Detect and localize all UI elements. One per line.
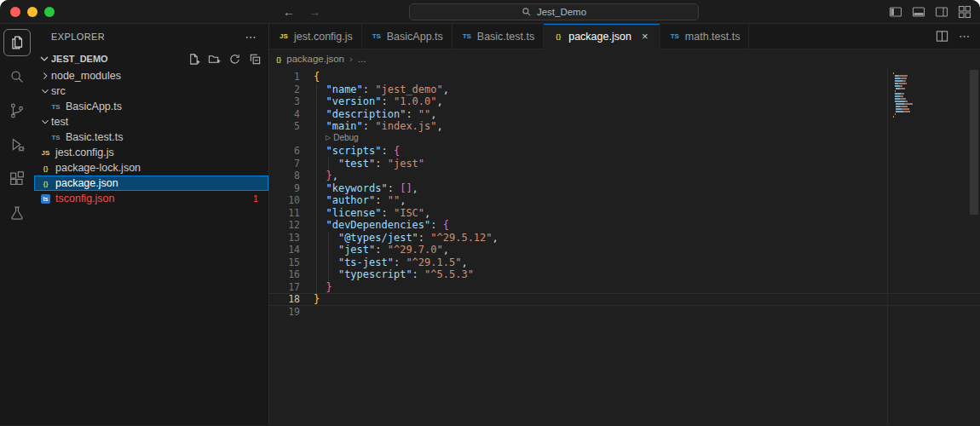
minimize-window-button[interactable] [27, 7, 37, 17]
line-content: "scripts": { [300, 145, 980, 158]
tab-jest.config.js[interactable]: JSjest.config.js [269, 24, 362, 49]
code-line-2[interactable]: 2 "name": "jest_demo", [269, 83, 980, 96]
tab-BasicApp.ts[interactable]: TSBasicApp.ts [362, 24, 453, 49]
code-line-9[interactable]: 9 "keywords": [], [269, 182, 980, 195]
tree-item-BasicApp.ts[interactable]: TSBasicApp.ts [34, 99, 268, 114]
line-content: "devDependencies": { [300, 219, 980, 232]
tab-bar: JSjest.config.jsTSBasicApp.tsTSBasic.tes… [269, 24, 980, 49]
code-line-7[interactable]: 7 "test": "jest" [269, 158, 980, 170]
breadcrumb-symbol[interactable]: ... [358, 54, 366, 64]
refresh-icon[interactable] [228, 53, 241, 66]
line-number: 15 [269, 256, 300, 269]
activity-bar-explorer[interactable] [3, 29, 31, 56]
tree-item-Basic.test.ts[interactable]: TSBasic.test.ts [34, 130, 268, 145]
editor-scrollbar[interactable] [968, 68, 980, 425]
activity-bar-source-control[interactable] [3, 97, 31, 124]
sidebar-header: EXPLORER ⋯ [34, 24, 268, 49]
project-root-row[interactable]: JEST_DEMO [34, 49, 268, 68]
line-content: "keywords": [], [300, 182, 980, 195]
navigate-back-button[interactable]: ← [283, 5, 295, 19]
split-editor-icon[interactable] [936, 30, 948, 43]
line-content: } [300, 281, 980, 294]
zoom-window-button[interactable] [44, 7, 55, 17]
scrollbar-thumb[interactable] [970, 70, 978, 215]
explorer-more-actions-button[interactable]: ⋯ [245, 31, 257, 43]
activity-bar-run-and-debug[interactable] [3, 131, 31, 158]
line-content: ▷Debug [300, 133, 980, 146]
tree-item-package.json[interactable]: {}package.json [34, 176, 268, 191]
minimap[interactable] [887, 68, 968, 425]
window-controls [0, 7, 55, 17]
code-line-3[interactable]: 3 "version": "1.0.0", [269, 95, 980, 108]
tab-package.json[interactable]: {}package.json× [544, 24, 660, 49]
customize-layout-icon[interactable] [958, 5, 971, 19]
navigate-forward-button[interactable]: → [308, 5, 320, 19]
command-center-search[interactable]: Jest_Demo [409, 3, 699, 20]
tree-item-label: Basic.test.ts [66, 131, 123, 143]
toggle-secondary-sidebar-icon[interactable] [935, 5, 948, 19]
activity-bar-extensions[interactable] [3, 165, 31, 193]
line-number: 14 [269, 244, 300, 256]
tab-Basic.test.ts[interactable]: TSBasic.test.ts [453, 24, 544, 49]
line-number: 8 [269, 170, 300, 182]
tab-label: jest.config.js [294, 31, 353, 43]
code-line-16[interactable]: 16 "typescript": "^5.5.3" [269, 268, 980, 281]
code-line-11[interactable]: 11 "license": "ISC", [269, 207, 980, 220]
minimap-line [893, 98, 968, 100]
minimap-line [893, 113, 968, 115]
editor-pane: 1{2 "name": "jest_demo",3 "version": "1.… [269, 68, 980, 425]
line-number: 12 [269, 219, 300, 232]
tree-item-node_modules[interactable]: node_modules [34, 68, 268, 83]
search-icon [8, 67, 26, 86]
code-line-13[interactable]: 13 "@types/jest": "^29.5.12", [269, 232, 980, 245]
code-line-12[interactable]: 12 "devDependencies": { [269, 219, 980, 232]
editor-more-actions-button[interactable]: ⋯ [959, 30, 970, 43]
minimap-line [893, 93, 968, 95]
tab-label: math.test.ts [685, 31, 741, 43]
tree-item-package-lock.json[interactable]: {}package-lock.json [34, 160, 268, 176]
collapse-all-icon[interactable] [249, 53, 262, 66]
code-line-15[interactable]: 15 "ts-jest": "^29.1.5", [269, 256, 980, 269]
json-file-icon: {} [276, 55, 281, 63]
breadcrumb[interactable]: {} package.json › ... [269, 49, 980, 68]
activity-bar-testing[interactable] [3, 199, 31, 227]
tree-item-tsconfig.json[interactable]: tstsconfig.json1 [34, 191, 268, 206]
tree-item-test[interactable]: test [34, 114, 268, 130]
new-folder-icon[interactable] [208, 53, 221, 66]
toggle-primary-sidebar-icon[interactable] [889, 5, 902, 19]
tree-item-label: BasicApp.ts [66, 101, 122, 112]
tab-math.test.ts[interactable]: TSmath.test.ts [660, 24, 750, 49]
ts-file-icon: TS [49, 103, 62, 111]
debug-codelens-link[interactable]: Debug [333, 132, 358, 145]
code-line-19[interactable]: 19 [269, 306, 980, 319]
code-line-14[interactable]: 14 "jest": "^29.7.0", [269, 244, 980, 256]
code-line-4[interactable]: 4 "description": "", [269, 108, 980, 121]
js-file-icon: JS [39, 149, 52, 157]
minimap-line [893, 116, 968, 118]
tree-item-src[interactable]: src [34, 83, 268, 99]
breadcrumb-file[interactable]: package.json [286, 54, 344, 64]
code-line-17[interactable]: 17 } [269, 281, 980, 294]
toggle-panel-icon[interactable] [912, 5, 925, 19]
minimap-line [893, 111, 968, 112]
code-line-1[interactable]: 1{ [269, 71, 980, 83]
tree-item-jest.config.js[interactable]: JSjest.config.js [34, 145, 268, 160]
breadcrumb-separator: › [349, 54, 353, 64]
tab-label: BasicApp.ts [387, 31, 443, 43]
tab-bar-actions: ⋯ [936, 24, 980, 49]
line-content: "author": "", [300, 194, 980, 207]
code-line-8[interactable]: 8 }, [269, 170, 980, 182]
code-line-5[interactable]: 5 "main": "index.js", [269, 120, 980, 133]
close-window-button[interactable] [10, 7, 20, 17]
code-line-6[interactable]: 6 "scripts": { [269, 145, 980, 158]
line-number: 5 [269, 120, 300, 133]
search-icon [522, 7, 532, 17]
new-file-icon[interactable] [187, 53, 200, 66]
codelens-row[interactable]: ▷Debug [269, 133, 980, 146]
code-line-18[interactable]: 18} [269, 293, 980, 306]
code-line-10[interactable]: 10 "author": "", [269, 194, 980, 207]
extensions-icon [8, 170, 26, 188]
json-file-icon: {} [39, 164, 52, 172]
close-tab-button[interactable]: × [639, 30, 651, 43]
activity-bar-search[interactable] [3, 63, 31, 90]
